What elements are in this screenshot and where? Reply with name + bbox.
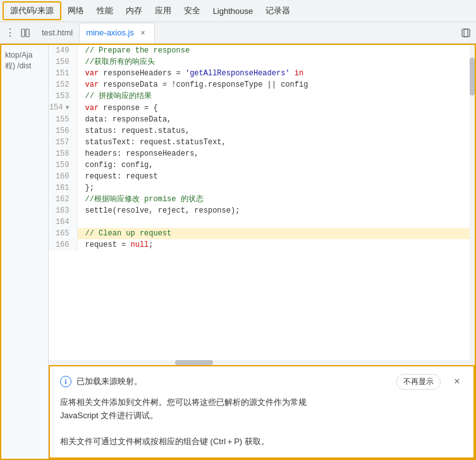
more-tabs-button[interactable]: ⋮ (3, 25, 18, 40)
horizontal-scrollbar-thumb[interactable] (175, 360, 213, 365)
notification-header: i 已加载来源映射。 不再显示 × (60, 374, 463, 390)
notification-title: 已加载来源映射。 (76, 376, 386, 387)
table-row: 151 var responseHeaders = 'getAllRespons… (49, 68, 475, 79)
menu-item-network[interactable]: 网络 (61, 3, 90, 19)
vertical-scrollbar-thumb[interactable] (470, 58, 475, 96)
table-row: 164 (49, 216, 475, 228)
code-table: 149// Prepare the response150 //获取所有的响应头… (49, 45, 475, 251)
menu-item-recorder[interactable]: 记录器 (259, 3, 296, 19)
line-number: 166 (49, 239, 77, 251)
line-number: 159 (49, 159, 77, 171)
line-number: 161 (49, 182, 77, 194)
menu-item-security[interactable]: 安全 (178, 3, 207, 19)
table-row: 166 request = null; (49, 239, 475, 251)
code-scroll-area[interactable]: 149// Prepare the response150 //获取所有的响应头… (49, 45, 475, 365)
table-row: 160 request: request (49, 171, 475, 182)
line-number: 155 (49, 114, 77, 125)
line-code: }; (77, 182, 475, 194)
menu-item-performance[interactable]: 性能 (90, 3, 119, 19)
line-code (77, 216, 475, 228)
line-code: headers: responseHeaders, (77, 148, 475, 159)
line-number: 153 (49, 90, 77, 102)
horizontal-scrollbar[interactable] (49, 360, 470, 365)
line-code: // 拼接响应的结果 (77, 90, 475, 102)
line-code: //根据响应修改 promise 的状态 (77, 194, 475, 205)
line-number: 164 (49, 216, 77, 228)
line-code: // Clean up request (77, 228, 475, 239)
notification-body-line3: 相关文件可通过文件树或按相应的组合键 (Ctrl＋P) 获取。 (60, 437, 269, 446)
line-number: 151 (49, 68, 77, 79)
svg-rect-0 (21, 29, 25, 37)
table-row: 165 // Clean up request (49, 228, 475, 239)
line-number: 160 (49, 171, 77, 182)
menu-item-application[interactable]: 应用 (149, 3, 178, 19)
line-code: request = null; (77, 239, 475, 251)
svg-rect-3 (464, 29, 468, 37)
line-number: 149 (49, 45, 77, 56)
table-row: 156 status: request.status, (49, 125, 475, 137)
tab-test-html[interactable]: test.html (35, 23, 79, 43)
line-number: 154▼ (49, 102, 77, 114)
line-number: 152 (49, 79, 77, 90)
table-row: 154▼ var response = { (49, 102, 475, 114)
table-row: 155 data: responseData, (49, 114, 475, 125)
table-row: 163 settle(resolve, reject, response); (49, 205, 475, 216)
line-number: 157 (49, 137, 77, 148)
line-number: 158 (49, 148, 77, 159)
close-notification-button[interactable]: × (451, 375, 463, 388)
table-row: 149// Prepare the response (49, 45, 475, 56)
line-number: 162 (49, 194, 77, 205)
table-row: 157 statusText: request.statusText, (49, 137, 475, 148)
menu-item-lighthouse[interactable]: Lighthouse (207, 4, 260, 18)
line-code: var responseData = !config.responseType … (77, 79, 475, 90)
line-code: data: responseData, (77, 114, 475, 125)
tab-bar: ⋮ test.html mine-axios.js × (0, 22, 476, 44)
line-code: // Prepare the response (77, 45, 475, 56)
line-code: request: request (77, 171, 475, 182)
file-sidebar: ktop/Aja 程) /dist (1, 45, 49, 459)
line-number: 163 (49, 205, 77, 216)
table-row: 161 }; (49, 182, 475, 194)
tab-mine-axios[interactable]: mine-axios.js × (79, 23, 155, 43)
notification-body: 应将相关文件添加到文件树。您可以将这些已解析的源文件作为常规 JavaScrip… (60, 396, 463, 449)
line-number: 165 (49, 228, 77, 239)
line-code: var response = { (77, 102, 475, 114)
tab-label-mine-axios: mine-axios.js (86, 28, 134, 37)
sidebar-path: ktop/Aja 程) /dist (1, 47, 48, 74)
line-code: status: request.status, (77, 125, 475, 137)
notification-body-line2: JavaScript 文件进行调试。 (60, 411, 158, 420)
line-code: settle(resolve, reject, response); (77, 205, 475, 216)
main-area: ktop/Aja 程) /dist 149// Prepare the resp… (0, 44, 476, 460)
dismiss-button[interactable]: 不再显示 (396, 374, 441, 390)
svg-rect-1 (26, 29, 29, 37)
info-icon: i (60, 376, 71, 387)
menu-bar: 源代码/来源 网络 性能 内存 应用 安全 Lighthouse 记录器 (0, 0, 476, 22)
line-code: //获取所有的响应头 (77, 56, 475, 68)
notification-body-line1: 应将相关文件添加到文件树。您可以将这些已解析的源文件作为常规 (60, 397, 307, 407)
line-code: config: config, (77, 159, 475, 171)
line-number: 150 (49, 56, 77, 68)
line-code: var responseHeaders = 'getAllResponseHea… (77, 68, 475, 79)
svg-rect-2 (462, 29, 470, 37)
table-row: 150 //获取所有的响应头 (49, 56, 475, 68)
line-code: statusText: request.statusText, (77, 137, 475, 148)
table-row: 153 // 拼接响应的结果 (49, 90, 475, 102)
code-editor: 149// Prepare the response150 //获取所有的响应头… (49, 45, 475, 459)
collapse-sidebar-button[interactable] (18, 25, 33, 40)
menu-item-source[interactable]: 源代码/来源 (3, 1, 61, 20)
tab-label-test-html: test.html (42, 28, 73, 37)
table-row: 152 var responseData = !config.responseT… (49, 79, 475, 90)
line-number: 156 (49, 125, 77, 137)
vertical-scrollbar[interactable] (470, 45, 475, 365)
table-row: 159 config: config, (49, 159, 475, 171)
tab-close-mine-axios[interactable]: × (138, 28, 148, 38)
expand-tabs-button[interactable] (458, 25, 473, 40)
table-row: 162 //根据响应修改 promise 的状态 (49, 194, 475, 205)
notification-panel: i 已加载来源映射。 不再显示 × 应将相关文件添加到文件树。您可以将这些已解析… (49, 365, 475, 459)
table-row: 158 headers: responseHeaders, (49, 148, 475, 159)
menu-item-memory[interactable]: 内存 (119, 3, 149, 19)
